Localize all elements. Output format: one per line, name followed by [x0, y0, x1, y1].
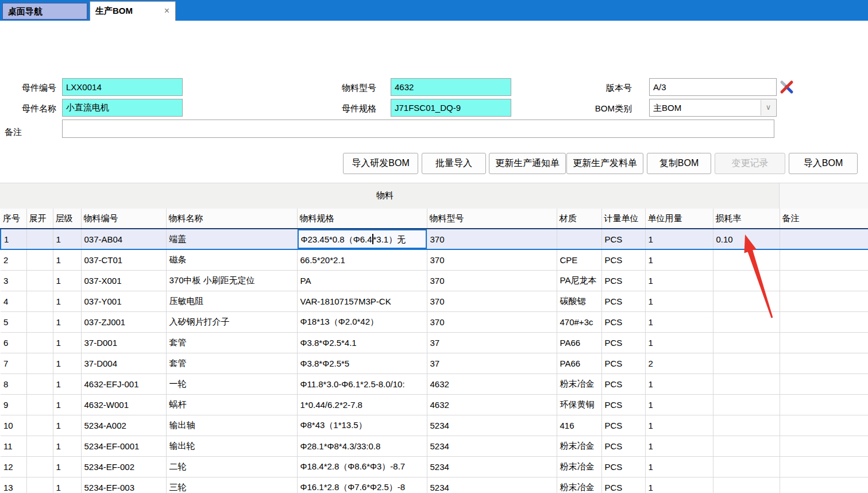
cell-name[interactable]: 二轮	[166, 456, 297, 477]
cell-loss[interactable]	[713, 477, 780, 493]
cell-material[interactable]: 粉末冶金	[557, 373, 601, 394]
cell-seq[interactable]: 9	[1, 394, 26, 415]
cell-model[interactable]: 370	[427, 249, 557, 270]
cell-code[interactable]: 4632-W001	[81, 394, 166, 415]
tab-production-bom[interactable]: 生产BOM ×	[90, 1, 176, 21]
cell-level[interactable]: 1	[53, 477, 81, 493]
cell-name[interactable]: 套管	[166, 332, 297, 353]
table-row[interactable]: 1315234-EF-003三轮Φ16.1*2.8（Φ7.6*Φ2.5）-852…	[1, 477, 868, 493]
parent-name-input[interactable]	[62, 99, 183, 117]
cell-spec[interactable]: Φ3.8*Φ2.5*4.1	[297, 332, 427, 353]
cell-unit[interactable]: PCS	[601, 477, 645, 493]
cell-model[interactable]: 5234	[427, 436, 557, 456]
cell-spec[interactable]: 66.5*20*2.1	[297, 249, 427, 270]
cell-spec[interactable]: 1*0.44/6.2*2-7.8	[297, 394, 427, 415]
cell-expand[interactable]	[26, 394, 53, 415]
cell-remark[interactable]	[780, 311, 868, 332]
cell-name[interactable]: 输出轴	[166, 415, 297, 436]
cell-code[interactable]: 5234-EF-003	[81, 477, 166, 493]
column-header-code[interactable]: 物料编号	[81, 209, 166, 229]
cell-material[interactable]: 粉末冶金	[557, 477, 601, 493]
column-header-seq[interactable]: 序号	[1, 209, 26, 229]
cell-level[interactable]: 1	[53, 353, 81, 373]
cell-model[interactable]: 370	[427, 291, 557, 311]
chevron-down-icon[interactable]: ∨	[761, 100, 776, 115]
cell-name[interactable]: 压敏电阻	[166, 291, 297, 311]
cell-loss[interactable]	[713, 394, 780, 415]
cell-unit[interactable]: PCS	[601, 291, 645, 311]
cell-loss[interactable]	[713, 456, 780, 477]
cell-name[interactable]: 端盖	[166, 229, 297, 249]
table-row[interactable]: 6137-D001套管Φ3.8*Φ2.5*4.137PA66PCS1	[1, 332, 868, 353]
column-header-expand[interactable]: 展开	[26, 209, 53, 229]
cell-expand[interactable]	[26, 415, 53, 436]
cell-level[interactable]: 1	[53, 373, 81, 394]
cell-seq[interactable]: 5	[1, 311, 26, 332]
material-model-input[interactable]	[391, 78, 511, 96]
cell-qty[interactable]: 1	[645, 270, 713, 291]
cell-model[interactable]: 5234	[427, 415, 557, 436]
cell-material[interactable]: PA尼龙本	[557, 270, 601, 291]
cell-seq[interactable]: 10	[1, 415, 26, 436]
cell-name[interactable]: 蜗杆	[166, 394, 297, 415]
cell-model[interactable]: 37	[427, 332, 557, 353]
cell-qty[interactable]: 1	[645, 249, 713, 270]
table-row[interactable]: 7137-D004套管Φ3.8*Φ2.5*537PA66PCS2	[1, 353, 868, 373]
version-input[interactable]	[649, 78, 777, 96]
column-header-name[interactable]: 物料名称	[166, 209, 297, 229]
cell-material[interactable]: 416	[557, 415, 601, 436]
cell-code[interactable]: 37-D004	[81, 353, 166, 373]
parent-spec-input[interactable]	[391, 99, 511, 117]
cell-model[interactable]: 4632	[427, 373, 557, 394]
cell-level[interactable]: 1	[53, 456, 81, 477]
cell-seq[interactable]: 12	[1, 456, 26, 477]
cell-unit[interactable]: PCS	[601, 436, 645, 456]
cell-seq[interactable]: 13	[1, 477, 26, 493]
copy-bom-button[interactable]: 复制BOM	[647, 153, 711, 174]
table-row[interactable]: 51037-ZJ001入矽钢片打介子Φ18*13（Φ2.0*42）370470#…	[1, 311, 868, 332]
cell-model[interactable]: 4632	[427, 394, 557, 415]
cell-remark[interactable]	[780, 373, 868, 394]
cell-name[interactable]: 磁条	[166, 249, 297, 270]
cell-seq[interactable]: 2	[1, 249, 26, 270]
cell-expand[interactable]	[26, 229, 53, 249]
cell-model[interactable]: 5234	[427, 477, 557, 493]
cell-qty[interactable]: 1	[645, 311, 713, 332]
cell-remark[interactable]	[780, 291, 868, 311]
cell-material[interactable]: 碳酸锶	[557, 291, 601, 311]
column-header-material[interactable]: 材质	[557, 209, 601, 229]
cell-expand[interactable]	[26, 311, 53, 332]
cell-qty[interactable]: 1	[645, 477, 713, 493]
cell-seq[interactable]: 3	[1, 270, 26, 291]
cell-level[interactable]: 1	[53, 394, 81, 415]
cell-spec[interactable]: Φ18.4*2.8（Φ8.6*Φ3）-8.7	[297, 456, 427, 477]
table-row[interactable]: 1015234-A002输出轴Φ8*43（1*13.5）5234416PCS1	[1, 415, 868, 436]
cell-loss[interactable]	[713, 311, 780, 332]
cell-level[interactable]: 1	[53, 270, 81, 291]
cell-loss[interactable]: 0.10	[713, 229, 780, 249]
import-bom-button[interactable]: 导入BOM	[789, 153, 858, 174]
cell-level[interactable]: 1	[53, 291, 81, 311]
column-header-model[interactable]: 物料型号	[427, 209, 557, 229]
column-header-unit[interactable]: 计量单位	[601, 209, 645, 229]
cell-qty[interactable]: 1	[645, 229, 713, 249]
cell-expand[interactable]	[26, 249, 53, 270]
cell-seq[interactable]: 1	[1, 229, 26, 249]
cell-code[interactable]: 037-Y001	[81, 291, 166, 311]
cell-qty[interactable]: 1	[645, 436, 713, 456]
cell-loss[interactable]	[713, 436, 780, 456]
cell-seq[interactable]: 6	[1, 332, 26, 353]
cell-name[interactable]: 三轮	[166, 477, 297, 493]
cell-loss[interactable]	[713, 291, 780, 311]
cell-unit[interactable]: PCS	[601, 373, 645, 394]
cell-spec[interactable]: Φ28.1*Φ8*4.3/33:0.8	[297, 436, 427, 456]
cell-remark[interactable]	[780, 394, 868, 415]
cell-code[interactable]: 037-X001	[81, 270, 166, 291]
cell-expand[interactable]	[26, 373, 53, 394]
cell-seq[interactable]: 11	[1, 436, 26, 456]
cell-model[interactable]: 370	[427, 229, 557, 249]
cell-expand[interactable]	[26, 456, 53, 477]
cell-remark[interactable]	[780, 270, 868, 291]
cell-unit[interactable]: PCS	[601, 229, 645, 249]
cell-qty[interactable]: 1	[645, 332, 713, 353]
